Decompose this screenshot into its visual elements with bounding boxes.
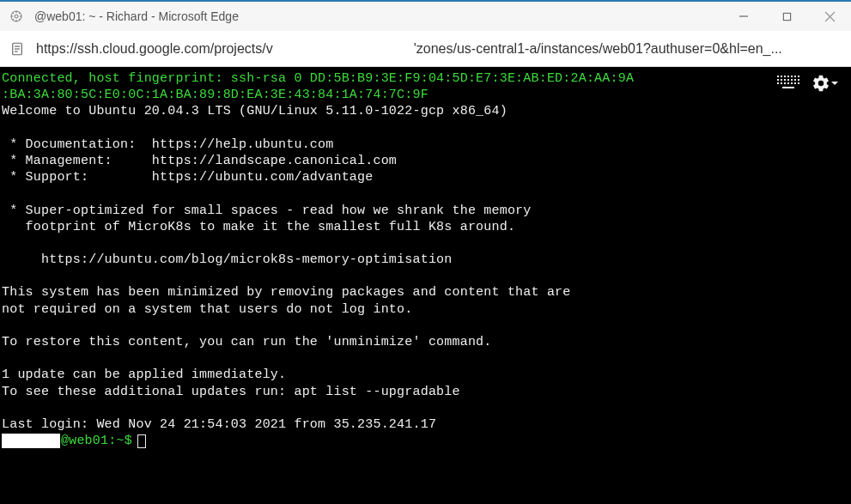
svg-rect-3 xyxy=(783,13,790,20)
blank-line xyxy=(2,318,849,334)
app-icon xyxy=(9,9,24,24)
url-text-left: https://ssh.cloud.google.com/projects/v xyxy=(36,41,273,57)
blank-line xyxy=(2,400,849,416)
svg-rect-29 xyxy=(794,82,796,84)
svg-rect-25 xyxy=(781,82,782,84)
svg-rect-15 xyxy=(794,76,796,77)
prompt-dollar: $ xyxy=(125,433,132,449)
svg-rect-13 xyxy=(787,76,789,77)
site-info-icon[interactable] xyxy=(9,40,26,58)
blank-line xyxy=(2,268,849,284)
terminal-cursor xyxy=(137,434,146,448)
gear-icon[interactable] xyxy=(811,74,839,93)
svg-rect-20 xyxy=(787,79,789,81)
welcome-line: Welcome to Ubuntu 20.04.3 LTS (GNU/Linux… xyxy=(2,103,849,119)
fingerprint-line-2: :BA:3A:80:5C:E0:0C:1A:BA:89:8D:EA:3E:43:… xyxy=(2,87,849,103)
svg-rect-26 xyxy=(784,82,786,84)
window-titlebar: @web01: ~ - Richard - Microsoft Edge xyxy=(0,0,851,31)
svg-rect-24 xyxy=(777,82,779,84)
update-line-2: To see these additional updates run: apt… xyxy=(2,384,849,400)
url-text-right: 'zones/us-central1-a/instances/web01?aut… xyxy=(414,41,782,57)
blank-line xyxy=(2,185,849,202)
svg-rect-31 xyxy=(782,87,794,88)
svg-rect-30 xyxy=(798,82,799,84)
update-line-1: 1 update can be applied immediately. xyxy=(2,367,849,383)
window-close-button[interactable] xyxy=(808,2,851,31)
svg-rect-23 xyxy=(798,79,799,81)
mgmt-line: * Management: https://landscape.canonica… xyxy=(2,153,849,169)
blank-line xyxy=(2,235,849,252)
svg-rect-18 xyxy=(781,79,782,81)
window-controls xyxy=(722,2,851,31)
last-login-line: Last login: Wed Nov 24 21:54:03 2021 fro… xyxy=(2,416,849,433)
keyboard-icon[interactable] xyxy=(777,76,799,91)
window-title: @web01: ~ - Richard - Microsoft Edge xyxy=(34,9,239,23)
svg-rect-12 xyxy=(784,76,786,77)
doc-line: * Documentation: https://help.ubuntu.com xyxy=(2,137,849,153)
address-bar[interactable]: https://ssh.cloud.google.com/projects/v … xyxy=(0,31,851,67)
minimized-line-1: This system has been minimized by removi… xyxy=(2,284,849,301)
blank-line xyxy=(2,120,849,137)
prompt-host: @web01 xyxy=(61,433,108,449)
svg-rect-27 xyxy=(787,82,789,84)
terminal-toolbar xyxy=(777,74,839,93)
svg-rect-14 xyxy=(791,76,793,77)
minimized-line-2: not required on a system that users do n… xyxy=(2,301,849,318)
opt-line-2: footprint of MicroK8s to make it the sma… xyxy=(2,219,849,235)
chevron-down-icon xyxy=(830,74,839,93)
ssh-terminal[interactable]: Connected, host fingerprint: ssh-rsa 0 D… xyxy=(0,67,851,504)
window-minimize-button[interactable] xyxy=(722,2,765,31)
blank-line xyxy=(2,350,849,367)
svg-rect-16 xyxy=(798,76,799,77)
opt-line-1: * Super-optimized for small spaces - rea… xyxy=(2,203,849,219)
support-line: * Support: https://ubuntu.com/advantage xyxy=(2,169,849,185)
svg-rect-19 xyxy=(784,79,786,81)
svg-rect-28 xyxy=(791,82,793,84)
svg-rect-21 xyxy=(791,79,793,81)
opt-link-line: https://ubuntu.com/blog/microk8s-memory-… xyxy=(2,252,849,268)
svg-rect-22 xyxy=(794,79,796,81)
window-maximize-button[interactable] xyxy=(765,2,808,31)
minimize-icon xyxy=(739,11,749,21)
fingerprint-line-1: Connected, host fingerprint: ssh-rsa 0 D… xyxy=(2,70,849,87)
svg-rect-17 xyxy=(777,79,779,81)
lock-page-icon xyxy=(9,41,25,57)
restore-line: To restore this content, you can run the… xyxy=(2,334,849,350)
prompt-user-redacted xyxy=(2,434,60,448)
svg-rect-10 xyxy=(777,76,779,77)
close-icon xyxy=(824,11,836,22)
maximize-icon xyxy=(782,12,792,21)
prompt-path: :~ xyxy=(108,433,124,449)
svg-point-1 xyxy=(15,15,18,18)
svg-rect-11 xyxy=(781,76,782,77)
shell-prompt[interactable]: @web01 :~ $ xyxy=(2,433,849,449)
